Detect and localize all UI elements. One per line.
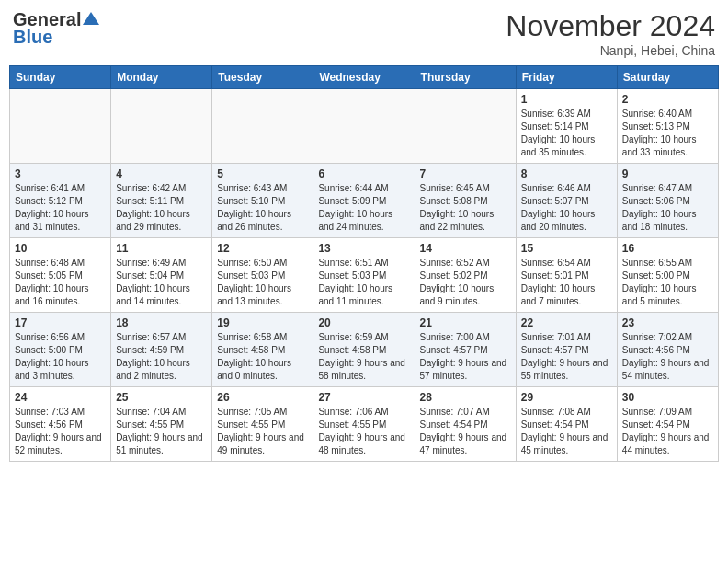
calendar-day-cell: 2Sunrise: 6:40 AM Sunset: 5:13 PM Daylig… [617,89,718,164]
day-number: 9 [622,167,713,180]
day-info: Sunrise: 6:54 AM Sunset: 5:01 PM Dayligh… [521,257,612,308]
day-info: Sunrise: 6:51 AM Sunset: 5:03 PM Dayligh… [318,257,409,308]
day-info: Sunrise: 7:00 AM Sunset: 4:57 PM Dayligh… [420,331,511,383]
calendar-week-row: 10Sunrise: 6:48 AM Sunset: 5:05 PM Dayli… [10,238,719,313]
day-number: 7 [420,167,511,180]
calendar-day-cell: 10Sunrise: 6:48 AM Sunset: 5:05 PM Dayli… [10,238,111,313]
calendar-day-cell: 20Sunrise: 6:59 AM Sunset: 4:58 PM Dayli… [313,313,415,387]
weekday-header-row: SundayMondayTuesdayWednesdayThursdayFrid… [10,66,719,89]
calendar-day-cell: 28Sunrise: 7:07 AM Sunset: 4:54 PM Dayli… [415,387,516,462]
day-info: Sunrise: 7:03 AM Sunset: 4:56 PM Dayligh… [15,406,106,457]
logo: General Blue [13,9,99,48]
day-info: Sunrise: 6:59 AM Sunset: 4:58 PM Dayligh… [318,331,409,383]
day-info: Sunrise: 7:06 AM Sunset: 4:55 PM Dayligh… [318,406,409,457]
title-section: November 2024 Nanpi, Hebei, China [506,9,715,58]
day-number: 21 [420,316,511,329]
day-number: 18 [116,316,207,329]
day-number: 25 [116,391,207,404]
day-number: 23 [622,316,713,329]
calendar-week-row: 17Sunrise: 6:56 AM Sunset: 5:00 PM Dayli… [10,313,719,387]
logo-icon [83,10,99,27]
calendar-day-cell: 21Sunrise: 7:00 AM Sunset: 4:57 PM Dayli… [415,313,516,387]
day-info: Sunrise: 6:44 AM Sunset: 5:09 PM Dayligh… [318,182,409,234]
day-info: Sunrise: 6:39 AM Sunset: 5:14 PM Dayligh… [521,108,612,159]
svg-marker-0 [83,12,99,25]
day-number: 24 [15,391,106,404]
day-info: Sunrise: 7:05 AM Sunset: 4:55 PM Dayligh… [217,406,308,457]
day-number: 26 [217,391,308,404]
page-header: General Blue November 2024 Nanpi, Hebei,… [9,9,719,58]
day-number: 15 [521,242,612,255]
calendar-day-cell: 12Sunrise: 6:50 AM Sunset: 5:03 PM Dayli… [212,238,313,313]
day-number: 2 [622,93,713,106]
day-number: 3 [15,167,106,180]
weekday-header-thursday: Thursday [415,66,516,89]
calendar-day-cell: 6Sunrise: 6:44 AM Sunset: 5:09 PM Daylig… [313,164,415,238]
calendar-day-cell [415,89,516,164]
calendar-week-row: 24Sunrise: 7:03 AM Sunset: 4:56 PM Dayli… [10,387,719,462]
weekday-header-monday: Monday [111,66,212,89]
day-info: Sunrise: 6:43 AM Sunset: 5:10 PM Dayligh… [217,182,308,234]
day-info: Sunrise: 6:46 AM Sunset: 5:07 PM Dayligh… [521,182,612,234]
calendar-day-cell [313,89,415,164]
day-number: 4 [116,167,207,180]
calendar-day-cell: 17Sunrise: 6:56 AM Sunset: 5:00 PM Dayli… [10,313,111,387]
calendar-day-cell: 27Sunrise: 7:06 AM Sunset: 4:55 PM Dayli… [313,387,415,462]
calendar-day-cell: 8Sunrise: 6:46 AM Sunset: 5:07 PM Daylig… [516,164,617,238]
day-info: Sunrise: 6:58 AM Sunset: 4:58 PM Dayligh… [217,331,308,383]
calendar-day-cell: 26Sunrise: 7:05 AM Sunset: 4:55 PM Dayli… [212,387,313,462]
day-number: 8 [521,167,612,180]
calendar-day-cell: 23Sunrise: 7:02 AM Sunset: 4:56 PM Dayli… [617,313,718,387]
calendar-day-cell [111,89,212,164]
calendar-table: SundayMondayTuesdayWednesdayThursdayFrid… [9,65,719,462]
calendar-day-cell: 22Sunrise: 7:01 AM Sunset: 4:57 PM Dayli… [516,313,617,387]
weekday-header-friday: Friday [516,66,617,89]
calendar-day-cell: 19Sunrise: 6:58 AM Sunset: 4:58 PM Dayli… [212,313,313,387]
day-info: Sunrise: 7:07 AM Sunset: 4:54 PM Dayligh… [420,406,511,457]
day-info: Sunrise: 6:42 AM Sunset: 5:11 PM Dayligh… [116,182,207,234]
day-number: 29 [521,391,612,404]
month-title: November 2024 [506,9,715,43]
day-info: Sunrise: 7:04 AM Sunset: 4:55 PM Dayligh… [116,406,207,457]
day-info: Sunrise: 6:56 AM Sunset: 5:00 PM Dayligh… [15,331,106,383]
day-info: Sunrise: 7:08 AM Sunset: 4:54 PM Dayligh… [521,406,612,457]
calendar-day-cell: 18Sunrise: 6:57 AM Sunset: 4:59 PM Dayli… [111,313,212,387]
day-info: Sunrise: 6:52 AM Sunset: 5:02 PM Dayligh… [420,257,511,308]
calendar-day-cell [212,89,313,164]
day-info: Sunrise: 7:02 AM Sunset: 4:56 PM Dayligh… [622,331,713,383]
day-number: 10 [15,242,106,255]
calendar-day-cell: 5Sunrise: 6:43 AM Sunset: 5:10 PM Daylig… [212,164,313,238]
day-number: 5 [217,167,308,180]
calendar-day-cell: 7Sunrise: 6:45 AM Sunset: 5:08 PM Daylig… [415,164,516,238]
day-number: 20 [318,316,409,329]
calendar-week-row: 3Sunrise: 6:41 AM Sunset: 5:12 PM Daylig… [10,164,719,238]
calendar-day-cell: 25Sunrise: 7:04 AM Sunset: 4:55 PM Dayli… [111,387,212,462]
calendar-day-cell: 4Sunrise: 6:42 AM Sunset: 5:11 PM Daylig… [111,164,212,238]
day-info: Sunrise: 6:50 AM Sunset: 5:03 PM Dayligh… [217,257,308,308]
calendar-day-cell: 14Sunrise: 6:52 AM Sunset: 5:02 PM Dayli… [415,238,516,313]
calendar-day-cell: 16Sunrise: 6:55 AM Sunset: 5:00 PM Dayli… [617,238,718,313]
day-info: Sunrise: 7:09 AM Sunset: 4:54 PM Dayligh… [622,406,713,457]
calendar-day-cell: 29Sunrise: 7:08 AM Sunset: 4:54 PM Dayli… [516,387,617,462]
day-info: Sunrise: 6:55 AM Sunset: 5:00 PM Dayligh… [622,257,713,308]
day-number: 12 [217,242,308,255]
day-number: 17 [15,316,106,329]
day-info: Sunrise: 6:45 AM Sunset: 5:08 PM Dayligh… [420,182,511,234]
calendar-day-cell: 11Sunrise: 6:49 AM Sunset: 5:04 PM Dayli… [111,238,212,313]
calendar-day-cell: 15Sunrise: 6:54 AM Sunset: 5:01 PM Dayli… [516,238,617,313]
location-text: Nanpi, Hebei, China [506,43,715,58]
logo-blue-text: Blue [13,27,52,48]
day-number: 11 [116,242,207,255]
day-info: Sunrise: 6:40 AM Sunset: 5:13 PM Dayligh… [622,108,713,159]
weekday-header-sunday: Sunday [10,66,111,89]
calendar-week-row: 1Sunrise: 6:39 AM Sunset: 5:14 PM Daylig… [10,89,719,164]
day-number: 19 [217,316,308,329]
day-number: 16 [622,242,713,255]
day-info: Sunrise: 6:48 AM Sunset: 5:05 PM Dayligh… [15,257,106,308]
weekday-header-wednesday: Wednesday [313,66,415,89]
day-info: Sunrise: 6:41 AM Sunset: 5:12 PM Dayligh… [15,182,106,234]
day-info: Sunrise: 6:49 AM Sunset: 5:04 PM Dayligh… [116,257,207,308]
day-number: 27 [318,391,409,404]
day-info: Sunrise: 6:57 AM Sunset: 4:59 PM Dayligh… [116,331,207,383]
weekday-header-tuesday: Tuesday [212,66,313,89]
